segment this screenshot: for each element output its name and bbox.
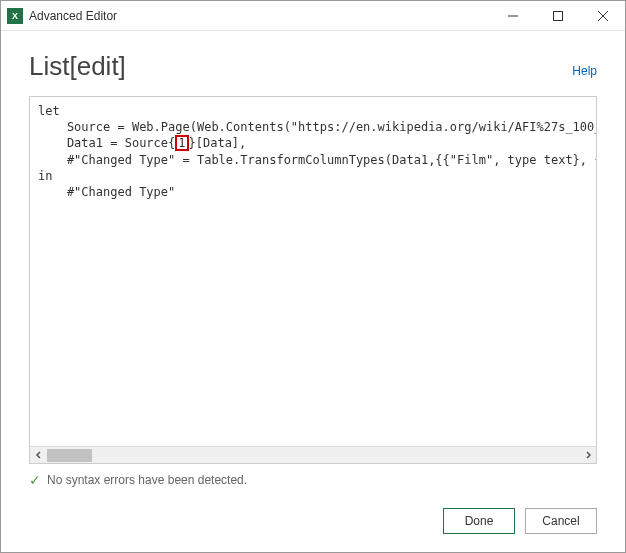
- code-line: Data1 = Source{: [38, 136, 175, 150]
- scroll-thumb[interactable]: [47, 449, 92, 462]
- done-button[interactable]: Done: [443, 508, 515, 534]
- horizontal-scrollbar[interactable]: [30, 446, 596, 463]
- status-bar: ✓ No syntax errors have been detected.: [1, 464, 625, 494]
- footer: Done Cancel: [1, 494, 625, 552]
- close-button[interactable]: [580, 2, 625, 30]
- code-line: Source = Web.Page(Web.Contents("https://…: [38, 120, 596, 134]
- code-editor[interactable]: let Source = Web.Page(Web.Contents("http…: [30, 97, 596, 446]
- check-icon: ✓: [29, 472, 41, 488]
- minimize-button[interactable]: [490, 2, 535, 30]
- code-line: #"Changed Type": [38, 185, 175, 199]
- excel-icon: X: [7, 8, 23, 24]
- svg-rect-1: [553, 11, 562, 20]
- editor-container: let Source = Web.Page(Web.Contents("http…: [29, 96, 597, 464]
- page-title: List[edit]: [29, 51, 126, 82]
- header: List[edit] Help: [1, 31, 625, 96]
- window-title: Advanced Editor: [29, 9, 117, 23]
- titlebar: X Advanced Editor: [1, 1, 625, 31]
- highlighted-index: 1: [175, 135, 188, 151]
- status-message: No syntax errors have been detected.: [47, 473, 247, 487]
- scroll-track[interactable]: [47, 447, 579, 464]
- help-link[interactable]: Help: [572, 64, 597, 78]
- code-line: let: [38, 104, 60, 118]
- scroll-right-arrow[interactable]: [579, 447, 596, 464]
- code-line: }[Data],: [189, 136, 247, 150]
- cancel-button[interactable]: Cancel: [525, 508, 597, 534]
- window-controls: [490, 2, 625, 30]
- maximize-button[interactable]: [535, 2, 580, 30]
- code-line: #"Changed Type" = Table.TransformColumnT…: [38, 153, 596, 167]
- scroll-left-arrow[interactable]: [30, 447, 47, 464]
- code-line: in: [38, 169, 52, 183]
